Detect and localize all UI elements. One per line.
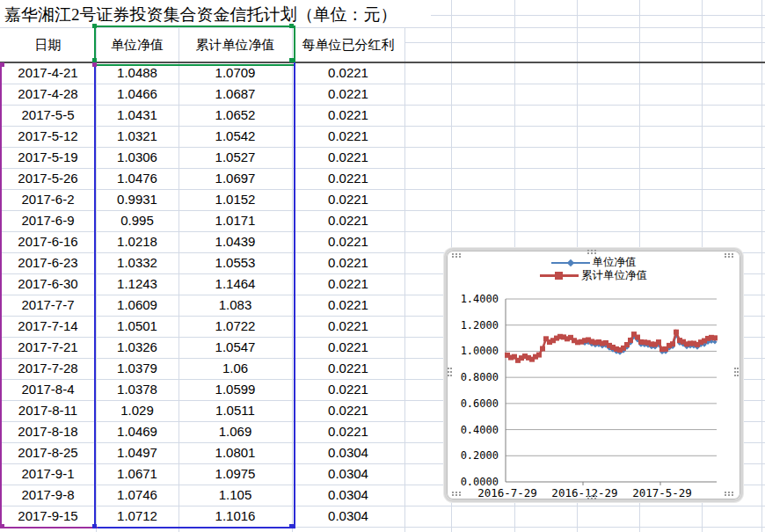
cum-nav-cell[interactable]: 1.083 bbox=[178, 295, 292, 316]
date-cell[interactable]: 2017-7-28 bbox=[0, 358, 96, 379]
unit-nav-cell[interactable]: 1.0476 bbox=[96, 168, 178, 189]
selection-handle[interactable] bbox=[289, 58, 294, 62]
date-cell[interactable]: 2017-7-21 bbox=[0, 337, 96, 358]
cum-nav-cell[interactable]: 1.06 bbox=[178, 358, 292, 379]
dividend-cell[interactable]: 0.0221 bbox=[292, 316, 404, 337]
date-cell[interactable]: 2017-4-21 bbox=[0, 62, 96, 84]
date-cell[interactable]: 2017-6-9 bbox=[0, 210, 96, 231]
chart-resize-handle[interactable] bbox=[725, 253, 726, 255]
unit-nav-cell[interactable]: 1.0218 bbox=[96, 231, 178, 252]
dividend-cell[interactable]: 0.0221 bbox=[292, 400, 404, 421]
date-cell[interactable]: 2017-6-30 bbox=[0, 273, 96, 295]
cum-nav-cell[interactable]: 1.0722 bbox=[178, 316, 292, 337]
date-cell[interactable]: 2017-8-4 bbox=[0, 379, 96, 400]
chart-resize-handle[interactable] bbox=[725, 492, 726, 493]
cum-nav-cell[interactable]: 1.0652 bbox=[178, 105, 292, 126]
selection-handle[interactable] bbox=[92, 524, 97, 528]
date-cell[interactable]: 2017-5-5 bbox=[0, 105, 96, 126]
cum-nav-cell[interactable]: 1.105 bbox=[178, 485, 292, 506]
date-cell[interactable]: 2017-6-16 bbox=[0, 231, 96, 252]
date-cell[interactable]: 2017-7-7 bbox=[0, 295, 96, 316]
dividend-cell[interactable]: 0.0221 bbox=[292, 62, 404, 84]
cum-nav-cell[interactable]: 1.0801 bbox=[178, 442, 292, 463]
legend-item-unit-nav[interactable]: 单位净值 bbox=[551, 256, 637, 269]
cum-nav-cell[interactable]: 1.1016 bbox=[178, 506, 292, 527]
dividend-cell[interactable]: 0.0221 bbox=[292, 231, 404, 252]
unit-nav-cell[interactable]: 1.0488 bbox=[96, 62, 178, 84]
date-cell[interactable]: 2017-5-19 bbox=[0, 147, 96, 168]
unit-nav-cell[interactable]: 1.0671 bbox=[96, 463, 178, 485]
date-cell[interactable]: 2017-9-15 bbox=[0, 506, 96, 527]
unit-nav-cell[interactable]: 1.0609 bbox=[96, 295, 178, 316]
header-cell-date[interactable]: 日期 bbox=[0, 27, 96, 62]
date-cell[interactable]: 2017-5-26 bbox=[0, 168, 96, 189]
date-cell[interactable]: 2017-9-8 bbox=[0, 485, 96, 506]
cum-nav-cell[interactable]: 1.0599 bbox=[178, 379, 292, 400]
dividend-cell[interactable]: 0.0221 bbox=[292, 337, 404, 358]
dividend-cell[interactable]: 0.0221 bbox=[292, 252, 404, 273]
unit-nav-cell[interactable]: 1.0378 bbox=[96, 379, 178, 400]
unit-nav-cell[interactable]: 0.9931 bbox=[96, 189, 178, 210]
header-cell-unit-nav[interactable]: 单位净值 bbox=[96, 27, 178, 62]
cum-nav-cell[interactable]: 1.0439 bbox=[178, 231, 292, 252]
dividend-cell[interactable]: 0.0221 bbox=[292, 210, 404, 231]
selection-handle[interactable] bbox=[289, 24, 294, 28]
cum-nav-cell[interactable]: 1.0527 bbox=[178, 147, 292, 168]
cum-nav-cell[interactable]: 1.0152 bbox=[178, 189, 292, 210]
cum-nav-cell[interactable]: 1.0547 bbox=[178, 337, 292, 358]
chart-resize-handle[interactable] bbox=[448, 368, 449, 369]
cum-nav-cell[interactable]: 1.0171 bbox=[178, 210, 292, 231]
unit-nav-cell[interactable]: 1.0431 bbox=[96, 105, 178, 126]
cum-nav-cell[interactable]: 1.0511 bbox=[178, 400, 292, 421]
chart-resize-handle[interactable] bbox=[452, 253, 454, 255]
cum-nav-cell[interactable]: 1.0687 bbox=[178, 84, 292, 105]
date-cell[interactable]: 2017-4-28 bbox=[0, 84, 96, 105]
unit-nav-cell[interactable]: 1.0321 bbox=[96, 126, 178, 147]
unit-nav-cell[interactable]: 1.0332 bbox=[96, 252, 178, 273]
dividend-cell[interactable]: 0.0304 bbox=[292, 442, 404, 463]
cum-nav-cell[interactable]: 1.0709 bbox=[178, 62, 292, 84]
date-cell[interactable]: 2017-5-12 bbox=[0, 126, 96, 147]
date-cell[interactable]: 2017-8-18 bbox=[0, 421, 96, 442]
dividend-cell[interactable]: 0.0221 bbox=[292, 421, 404, 442]
selection-handle[interactable] bbox=[92, 62, 97, 67]
unit-nav-cell[interactable]: 1.0306 bbox=[96, 147, 178, 168]
chart-resize-handle[interactable] bbox=[452, 492, 454, 493]
title-cell[interactable]: 嘉华湘江2号证券投资集合资金信托计划（单位：元） bbox=[4, 3, 397, 27]
cum-nav-cell[interactable]: 1.0975 bbox=[178, 463, 292, 485]
selection-handle[interactable] bbox=[0, 62, 4, 67]
selection-handle[interactable] bbox=[289, 524, 294, 528]
dividend-cell[interactable]: 0.0304 bbox=[292, 506, 404, 527]
selection-handle[interactable] bbox=[92, 24, 97, 28]
header-cell-cum-nav[interactable]: 累计单位净值 bbox=[178, 27, 292, 62]
unit-nav-cell[interactable]: 1.0746 bbox=[96, 485, 178, 506]
dividend-cell[interactable]: 0.0304 bbox=[292, 485, 404, 506]
chart-resize-handle[interactable] bbox=[587, 495, 589, 497]
header-cell-dividend[interactable]: 每单位已分红利 bbox=[292, 27, 404, 62]
unit-nav-cell[interactable]: 1.029 bbox=[96, 400, 178, 421]
unit-nav-cell[interactable]: 1.0466 bbox=[96, 84, 178, 105]
unit-nav-cell[interactable]: 1.0712 bbox=[96, 506, 178, 527]
dividend-cell[interactable]: 0.0221 bbox=[292, 105, 404, 126]
unit-nav-cell[interactable]: 1.0379 bbox=[96, 358, 178, 379]
dividend-cell[interactable]: 0.0221 bbox=[292, 379, 404, 400]
unit-nav-cell[interactable]: 1.0469 bbox=[96, 421, 178, 442]
dividend-cell[interactable]: 0.0304 bbox=[292, 463, 404, 485]
selection-handle[interactable] bbox=[0, 524, 4, 528]
cum-nav-cell[interactable]: 1.0553 bbox=[178, 252, 292, 273]
legend-item-cum-nav[interactable]: 累计单位净值 bbox=[540, 269, 647, 282]
unit-nav-cell[interactable]: 1.0501 bbox=[96, 316, 178, 337]
date-cell[interactable]: 2017-9-1 bbox=[0, 463, 96, 485]
dividend-cell[interactable]: 0.0221 bbox=[292, 358, 404, 379]
unit-nav-cell[interactable]: 0.995 bbox=[96, 210, 178, 231]
date-cell[interactable]: 2017-6-23 bbox=[0, 252, 96, 273]
cum-nav-cell[interactable]: 1.0542 bbox=[178, 126, 292, 147]
dividend-cell[interactable]: 0.0221 bbox=[292, 126, 404, 147]
unit-nav-cell[interactable]: 1.0497 bbox=[96, 442, 178, 463]
dividend-cell[interactable]: 0.0221 bbox=[292, 84, 404, 105]
dividend-cell[interactable]: 0.0221 bbox=[292, 147, 404, 168]
cum-nav-cell[interactable]: 1.0697 bbox=[178, 168, 292, 189]
dividend-cell[interactable]: 0.0221 bbox=[292, 189, 404, 210]
date-cell[interactable]: 2017-8-25 bbox=[0, 442, 96, 463]
date-cell[interactable]: 2017-7-14 bbox=[0, 316, 96, 337]
